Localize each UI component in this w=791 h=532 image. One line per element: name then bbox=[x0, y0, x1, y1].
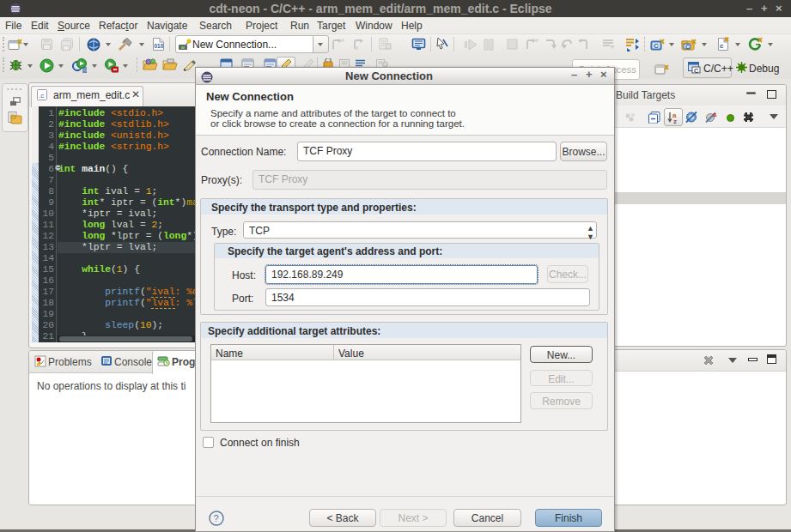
svg-text:s: s bbox=[713, 111, 717, 118]
svg-text:C: C bbox=[654, 42, 659, 50]
svg-text:?: ? bbox=[214, 513, 219, 523]
svg-text:.c: .c bbox=[39, 92, 44, 100]
svg-text:C: C bbox=[694, 68, 698, 74]
svg-text:z: z bbox=[673, 118, 677, 124]
svg-text:010: 010 bbox=[155, 43, 164, 49]
svg-text:c: c bbox=[720, 42, 724, 50]
svg-text:C: C bbox=[685, 44, 690, 50]
